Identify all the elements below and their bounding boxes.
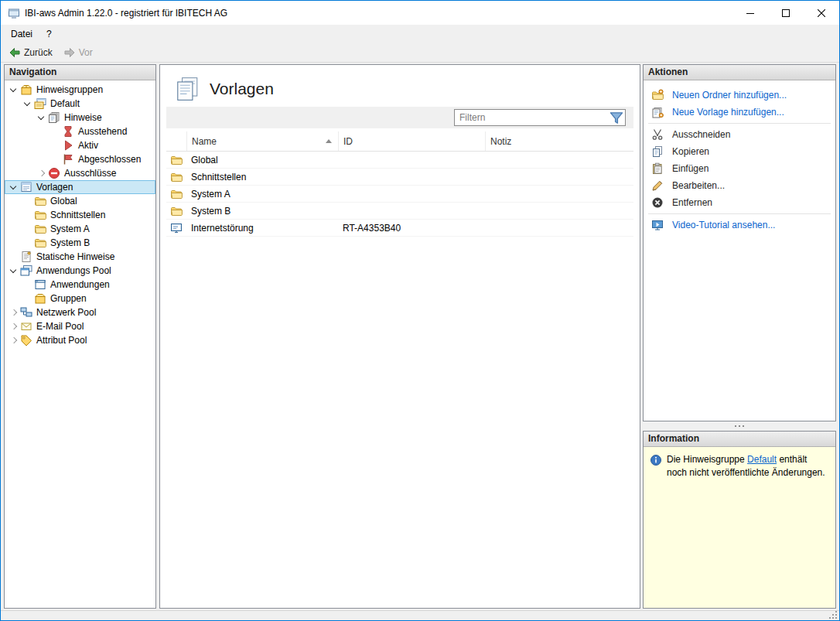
cell-icon [166, 205, 186, 217]
filter-strip [166, 107, 633, 128]
forward-button[interactable]: Vor [59, 45, 97, 60]
action-label: Bearbeiten... [672, 180, 725, 191]
chevron-down-icon[interactable] [8, 180, 20, 194]
panel-splitter[interactable] [643, 421, 836, 431]
maximize-button[interactable] [768, 1, 804, 25]
tree-item-ausstehend[interactable]: Ausstehend [5, 125, 155, 138]
cell-name: System A [186, 189, 338, 200]
resize-grip-icon[interactable] [828, 609, 837, 619]
tree-indent-spacer [50, 152, 62, 166]
page-title: Vorlagen [210, 80, 274, 98]
tree-item-system-b[interactable]: System B [5, 236, 155, 250]
chevron-right-icon[interactable] [8, 319, 20, 333]
information-text: Die Hinweisgruppe Default enthält noch n… [667, 453, 829, 479]
tree-indent-spacer [22, 278, 34, 292]
cell-name: Schnittstellen [186, 172, 338, 183]
window-controls [732, 1, 839, 25]
vorlagen-table: NameIDNotiz GlobalSchnittstellenSystem A… [166, 131, 633, 237]
tree-indent-spacer [22, 222, 34, 236]
tree-item-ausschl-sse[interactable]: Ausschlüsse [5, 166, 155, 180]
back-button[interactable]: Zurück [4, 45, 57, 60]
chevron-down-icon[interactable] [22, 97, 34, 111]
tree-item-netzwerk-pool[interactable]: Netzwerk Pool [5, 305, 155, 319]
tree-item-anwendungen[interactable]: Anwendungen [5, 278, 155, 292]
back-button-label: Zurück [24, 47, 53, 58]
chevron-down-icon[interactable] [8, 83, 20, 97]
tree-item-hinweise[interactable]: Hinweise [5, 111, 155, 125]
statusbar [1, 610, 839, 620]
action-label: Neuen Ordner hinzufügen... [672, 90, 787, 101]
forward-arrow-icon [63, 46, 76, 59]
default-group-icon [34, 97, 46, 110]
statische-icon [20, 251, 32, 263]
remove-icon [651, 196, 664, 209]
action-bearbeiten[interactable]: Bearbeiten... [644, 177, 835, 194]
folder-add-icon [651, 89, 664, 101]
navigation-panel: Navigation HinweisgruppenDefaultHinweise… [4, 64, 156, 609]
tree-item-vorlagen[interactable]: Vorlagen [5, 180, 155, 194]
chevron-down-icon[interactable] [8, 264, 20, 278]
table-row-internetst-rung[interactable]: InternetstörungRT-A4353B40 [166, 220, 633, 237]
folder-icon [34, 237, 46, 249]
action-kopieren[interactable]: Kopieren [644, 143, 835, 160]
action-neuen-ordner-hinzuf-gen[interactable]: Neuen Ordner hinzufügen... [644, 87, 835, 104]
action-video-tutorial-ansehen[interactable]: Video-Tutorial ansehen... [644, 217, 835, 234]
aktiv-icon [62, 139, 74, 152]
splitter-handle-icon [739, 425, 740, 427]
action-einf-gen[interactable]: Einfügen [644, 160, 835, 177]
action-entfernen[interactable]: Entfernen [644, 194, 835, 211]
tree-item-e-mail-pool[interactable]: E-Mail Pool [5, 319, 155, 333]
sort-ascending-icon [324, 137, 333, 146]
minimize-button[interactable] [732, 1, 768, 25]
tree-item-statische-hinweise[interactable]: Statische Hinweise [5, 250, 155, 264]
tree-item-system-a[interactable]: System A [5, 222, 155, 236]
chevron-right-icon[interactable] [36, 166, 48, 180]
column-header-label: Name [192, 136, 217, 147]
tree-item-gruppen[interactable]: Gruppen [5, 292, 155, 305]
chevron-down-icon[interactable] [36, 111, 48, 125]
table-row-system-b[interactable]: System B [166, 203, 633, 220]
tree-item-label: Abgeschlossen [77, 154, 143, 165]
action-neue-vorlage-hinzuf-gen[interactable]: Neue Vorlage hinzufügen... [644, 104, 835, 121]
default-group-link[interactable]: Default [747, 454, 777, 465]
chevron-right-icon[interactable] [8, 333, 20, 347]
action-label: Kopieren [672, 146, 709, 157]
hinweisgruppen-icon [20, 84, 32, 96]
tree-item-default[interactable]: Default [5, 97, 155, 111]
right-column: Aktionen Neuen Ordner hinzufügen...Neue … [643, 64, 836, 609]
action-ausschneiden[interactable]: Ausschneiden [644, 126, 835, 143]
menu-help[interactable]: ? [39, 26, 59, 42]
ausschluesse-icon [48, 167, 60, 179]
tree-indent-spacer [22, 194, 34, 208]
actions-header: Aktionen [644, 65, 835, 80]
tree-item-schnittstellen[interactable]: Schnittstellen [5, 208, 155, 222]
tree-item-aktiv[interactable]: Aktiv [5, 138, 155, 152]
folder-icon [170, 188, 183, 200]
tree-item-anwendungs-pool[interactable]: Anwendungs Pool [5, 264, 155, 278]
maximize-icon [782, 9, 790, 17]
tree-item-abgeschlossen[interactable]: Abgeschlossen [5, 152, 155, 166]
cell-id: RT-A4353B40 [338, 223, 485, 234]
chevron-right-icon[interactable] [8, 305, 20, 319]
tree-item-label: Global [50, 196, 80, 206]
column-header-label: ID [343, 136, 353, 147]
column-header-name[interactable]: Name [186, 131, 338, 151]
tree-item-global[interactable]: Global [5, 194, 155, 208]
table-row-global[interactable]: Global [166, 152, 633, 169]
column-header-notiz[interactable]: Notiz [485, 131, 633, 151]
table-row-schnittstellen[interactable]: Schnittstellen [166, 169, 633, 186]
tree-item-hinweisgruppen[interactable]: Hinweisgruppen [5, 83, 155, 97]
tree-item-attribut-pool[interactable]: Attribut Pool [5, 333, 155, 347]
filter-funnel-icon[interactable] [608, 111, 625, 124]
menu-datei[interactable]: Datei [4, 26, 39, 42]
folder-icon [34, 223, 46, 235]
close-icon [818, 9, 825, 17]
tree-item-label: Hinweise [63, 112, 104, 123]
close-button[interactable] [804, 1, 839, 25]
column-header-id[interactable]: ID [338, 131, 485, 151]
filter-input[interactable] [455, 112, 608, 123]
navigation-header: Navigation [5, 65, 155, 80]
table-row-system-a[interactable]: System A [166, 186, 633, 203]
actions-panel: Aktionen Neuen Ordner hinzufügen...Neue … [643, 64, 836, 421]
paste-icon [651, 162, 664, 175]
